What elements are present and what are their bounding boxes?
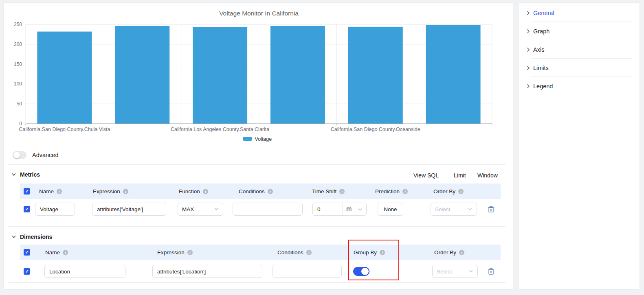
svg-text:150: 150 [14, 61, 22, 67]
dim-col-expression: Expression [157, 249, 185, 256]
limit-button[interactable]: Limit [454, 172, 466, 179]
svg-text:50: 50 [17, 101, 22, 107]
time-shift-unit-value: m [346, 205, 352, 213]
toggle-knob [361, 268, 369, 275]
svg-text:250: 250 [14, 22, 22, 27]
chevron-right-icon [527, 47, 530, 52]
metrics-col-conditions: Conditions [239, 188, 265, 194]
metric-order-by-select[interactable]: Select [431, 203, 477, 216]
dimension-conditions-input[interactable] [273, 265, 342, 278]
metrics-col-name: Name [39, 188, 54, 194]
metrics-col-order-by: Order By [433, 188, 455, 194]
time-shift-input[interactable] [313, 203, 342, 215]
sidebar-item-limits[interactable]: Limits [519, 59, 640, 77]
chevron-right-icon [527, 11, 530, 15]
info-icon[interactable] [123, 189, 128, 194]
info-icon[interactable] [57, 189, 62, 194]
toggle-knob [13, 152, 20, 158]
dimensions-section-label: Dimensions [20, 234, 52, 240]
metrics-section-header[interactable]: Metrics [11, 171, 40, 178]
settings-sidebar: General Graph Axis Limits Legend [519, 2, 640, 290]
metrics-col-function: Function [179, 188, 200, 194]
info-icon[interactable] [268, 189, 273, 194]
window-button[interactable]: Window [477, 172, 498, 179]
info-icon[interactable] [458, 189, 464, 194]
sidebar-item-label: Legend [533, 83, 553, 90]
chevron-down-icon [214, 208, 219, 211]
info-icon[interactable] [63, 250, 68, 255]
metric-function-select[interactable]: MAX [178, 203, 223, 216]
dimension-row-checkbox[interactable] [24, 268, 30, 275]
advanced-label: Advanced [32, 152, 59, 158]
chevron-down-icon [358, 208, 363, 211]
trash-icon [488, 205, 495, 213]
sidebar-item-label: Limits [533, 65, 549, 71]
delete-dimension-button[interactable] [488, 268, 495, 277]
sidebar-item-axis[interactable]: Axis [519, 40, 640, 59]
delete-metric-button[interactable] [488, 205, 495, 214]
chevron-right-icon [527, 29, 530, 34]
svg-text:Voltage Monitor In California: Voltage Monitor In California [219, 10, 299, 17]
sidebar-item-legend[interactable]: Legend [519, 77, 640, 95]
metrics-section-label: Metrics [20, 171, 40, 178]
dimensions-section-header[interactable]: Dimensions [11, 234, 52, 240]
time-shift-group: m [312, 203, 367, 216]
chevron-down-icon [11, 173, 16, 176]
metrics-col-expression: Expression [93, 188, 120, 194]
group-by-toggle[interactable] [353, 267, 369, 276]
chart-config-panel: 050100150200250California.San Diego Coun… [3, 2, 513, 290]
svg-text:Voltage: Voltage [255, 136, 272, 142]
dimension-order-by-select[interactable]: Select [432, 265, 478, 278]
divider [9, 164, 506, 165]
sidebar-item-label: General [533, 10, 554, 16]
sidebar-item-label: Graph [533, 28, 549, 35]
function-value: MAX [182, 206, 194, 212]
metric-expression-input[interactable] [92, 203, 166, 216]
advanced-toggle[interactable] [13, 151, 26, 159]
metric-conditions-input[interactable] [233, 203, 303, 216]
metrics-col-time-shift: Time Shift [312, 188, 336, 194]
divider [9, 226, 506, 227]
dim-col-group-by: Group By [354, 249, 377, 256]
svg-text:California.San Diego County.Oc: California.San Diego County.Oceanside [331, 127, 420, 132]
info-icon[interactable] [306, 250, 312, 255]
settings-section-list: General Graph Axis Limits Legend [519, 3, 640, 95]
svg-text:California.Los Angeles County.: California.Los Angeles County.Santa Clar… [171, 127, 269, 132]
order-by-placeholder: Select [437, 269, 452, 275]
svg-text:California.San Diego County.Ch: California.San Diego County.Chula Vista [19, 127, 110, 132]
time-shift-unit-select[interactable]: m [342, 203, 366, 215]
dimension-name-input[interactable] [44, 265, 125, 278]
view-sql-button[interactable]: View SQL [413, 172, 439, 179]
dimensions-select-all-checkbox[interactable] [24, 249, 30, 256]
svg-text:200: 200 [14, 42, 22, 47]
sidebar-item-label: Axis [533, 46, 544, 53]
dim-col-conditions: Conditions [277, 249, 303, 256]
sidebar-item-graph[interactable]: Graph [519, 22, 640, 40]
prediction-button[interactable]: None [378, 203, 403, 216]
svg-text:0: 0 [19, 121, 22, 127]
chevron-down-icon [468, 270, 473, 273]
info-icon[interactable] [459, 250, 464, 255]
metrics-select-all-checkbox[interactable] [24, 188, 30, 194]
info-icon[interactable] [380, 250, 385, 255]
chevron-down-icon [468, 208, 473, 211]
chevron-right-icon [527, 66, 530, 70]
dim-col-name: Name [45, 249, 60, 256]
metric-row-checkbox[interactable] [24, 206, 30, 212]
sidebar-item-general[interactable]: General [519, 4, 640, 22]
trash-icon [488, 268, 495, 275]
info-icon[interactable] [187, 250, 193, 255]
chevron-down-icon [11, 235, 16, 238]
order-by-placeholder: Select [435, 206, 451, 212]
info-icon[interactable] [203, 189, 208, 194]
info-icon[interactable] [339, 189, 345, 194]
dimension-expression-input[interactable] [152, 265, 262, 278]
metric-name-input[interactable] [35, 203, 75, 216]
divider [9, 282, 506, 283]
metrics-col-prediction: Prediction [375, 188, 400, 194]
info-icon[interactable] [402, 189, 408, 194]
dim-col-order-by: Order By [434, 249, 456, 256]
svg-text:100: 100 [14, 81, 22, 87]
dimensions-header-row [20, 245, 501, 260]
voltage-bar-chart: 050100150200250California.San Diego Coun… [4, 3, 511, 146]
